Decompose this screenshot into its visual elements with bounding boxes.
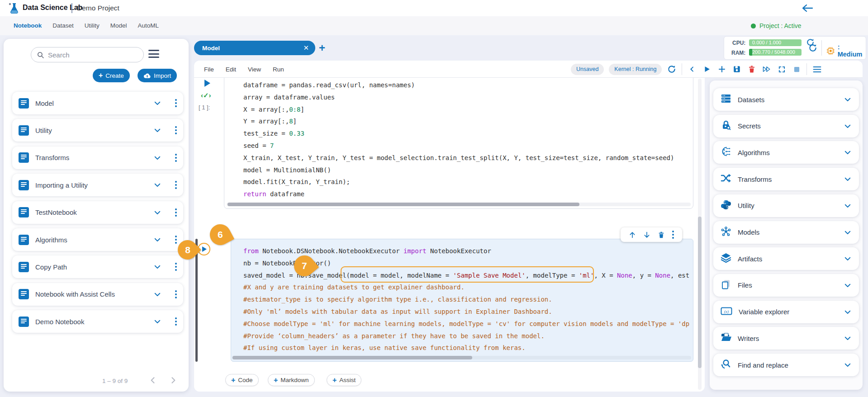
code-line: #X and y are training datasets to get ex…	[243, 281, 693, 293]
move-cell-down-icon[interactable]	[643, 231, 650, 239]
tools-panel-item-secrets[interactable]: Secrets	[713, 115, 859, 137]
cpu-usage-bar: 0.000 / 1.000	[749, 39, 802, 46]
nav-tab-utility[interactable]: Utility	[85, 22, 100, 29]
nav-tab-dataset[interactable]: Dataset	[52, 22, 74, 29]
item-options-icon[interactable]	[175, 181, 177, 189]
notebook-vscroll-thumb[interactable]	[698, 217, 702, 368]
stop-kernel-icon[interactable]	[792, 64, 802, 74]
import-button[interactable]: Import	[138, 69, 177, 82]
run-all-icon[interactable]	[762, 64, 772, 74]
back-arrow-icon[interactable]	[802, 3, 813, 13]
chevron-down-icon[interactable]	[153, 263, 161, 271]
item-options-icon[interactable]	[175, 290, 177, 298]
search-input[interactable]	[48, 51, 129, 59]
delete-cell-icon[interactable]	[658, 231, 665, 239]
tools-panel-item-find-and-replace[interactable]: Find and replace	[713, 354, 859, 376]
item-options-icon[interactable]	[175, 208, 177, 217]
chevron-down-icon[interactable]	[153, 181, 161, 189]
kernel-refresh-icon[interactable]	[667, 64, 677, 74]
nav-tab-automl[interactable]: AutoML	[138, 22, 159, 29]
sidebar-item-demo-notebook[interactable]: Demo Notebook	[12, 310, 183, 333]
chevron-down-icon[interactable]	[844, 281, 852, 289]
tools-panel-item-variable-explorer[interactable]: (x) Variable explorer	[713, 301, 859, 323]
chevron-down-icon[interactable]	[844, 148, 852, 156]
sidebar-item-testnotebook[interactable]: TestNotebook	[12, 201, 183, 224]
chevron-down-icon[interactable]	[153, 154, 161, 162]
sidebar-item-notebook-with-assist-cells[interactable]: Notebook with Assist Cells	[12, 283, 183, 306]
sidebar-item-model[interactable]: Model	[12, 92, 183, 114]
item-options-icon[interactable]	[175, 126, 177, 134]
item-options-icon[interactable]	[175, 99, 177, 107]
toolbar-menu-icon[interactable]	[812, 64, 822, 74]
tools-panel-item-models[interactable]: Models	[713, 221, 859, 244]
tools-panel-item-utility[interactable]: Utility	[713, 194, 859, 217]
sidebar-item-copy-path[interactable]: Copy Path	[12, 255, 183, 278]
chevron-down-icon[interactable]	[844, 308, 852, 316]
menu-view[interactable]: View	[248, 66, 261, 73]
chevron-down-icon[interactable]	[844, 202, 852, 210]
tools-sidebar: Datasets Secrets Algorithms Transforms U…	[710, 80, 863, 390]
new-tab-button[interactable]: +	[319, 42, 325, 54]
item-options-icon[interactable]	[175, 263, 177, 271]
notebook-list-sidebar: + Create Import Model Utility Transforms	[4, 39, 189, 392]
tools-panel-item-datasets[interactable]: Datasets	[713, 88, 859, 111]
cell-options-icon[interactable]	[672, 231, 674, 239]
chevron-down-icon[interactable]	[844, 175, 852, 183]
add-assist-cell-button[interactable]: + Assist	[327, 374, 361, 386]
code-cell-1[interactable]: dataframe = pandas.read_csv(url, names=n…	[224, 78, 693, 209]
add-cell-icon[interactable]	[717, 64, 727, 74]
menu-file[interactable]: File	[204, 66, 214, 73]
chevron-down-icon[interactable]	[844, 255, 852, 263]
chevron-down-icon[interactable]	[844, 95, 852, 104]
delete-cell-icon[interactable]	[747, 64, 757, 74]
search-box[interactable]	[31, 47, 144, 62]
document-tab-label: Model	[202, 45, 303, 52]
tools-panel-item-files[interactable]: Files	[713, 274, 859, 297]
create-button[interactable]: + Create	[93, 69, 130, 82]
code-line: seed = 7	[243, 140, 689, 152]
sidebar-item-transforms[interactable]: Transforms	[12, 147, 183, 169]
add-code-cell-button[interactable]: + Code	[225, 374, 259, 386]
item-options-icon[interactable]	[175, 317, 177, 326]
run-cell-icon[interactable]	[702, 64, 712, 74]
chevron-down-icon[interactable]	[844, 228, 852, 236]
menu-edit[interactable]: Edit	[226, 66, 236, 73]
menu-run[interactable]: Run	[273, 66, 284, 73]
chevron-down-icon[interactable]	[153, 99, 161, 107]
cell1-run-icon[interactable]	[204, 80, 210, 87]
cell2-hscroll-thumb[interactable]	[232, 356, 472, 359]
menu-bar: FileEditViewRun	[204, 61, 284, 78]
page-next-icon[interactable]	[169, 376, 178, 385]
close-tab-icon[interactable]: ✕	[303, 44, 309, 52]
list-options-icon[interactable]	[148, 50, 159, 58]
fullscreen-icon[interactable]	[777, 64, 787, 74]
chevron-down-icon[interactable]	[844, 334, 852, 342]
item-options-icon[interactable]	[175, 154, 177, 162]
project-refresh-icon[interactable]	[806, 38, 815, 47]
tools-panel-item-transforms[interactable]: Transforms	[713, 168, 859, 190]
tools-panel-item-algorithms[interactable]: Algorithms	[713, 141, 859, 164]
save-notebook-icon[interactable]	[732, 64, 742, 74]
tools-panel-item-writers[interactable]: Writers	[713, 327, 859, 350]
notebook-item-label: Demo Notebook	[35, 318, 147, 326]
tools-panel-item-artifacts[interactable]: Artifacts	[713, 247, 859, 270]
nav-tab-notebook[interactable]: Notebook	[14, 22, 42, 29]
sidebar-item-utility[interactable]: Utility	[12, 119, 183, 142]
chevron-down-icon[interactable]	[844, 361, 852, 369]
open-document-tab[interactable]: Model ✕	[194, 41, 315, 55]
add-markdown-cell-button[interactable]: + Markdown	[268, 374, 315, 386]
chevron-down-icon[interactable]	[153, 126, 161, 134]
page-prev-icon[interactable]	[148, 376, 157, 385]
chevron-down-icon[interactable]	[153, 208, 161, 217]
chevron-down-icon[interactable]	[844, 122, 852, 130]
sidebar-item-algorithms[interactable]: Algorithms	[12, 228, 183, 251]
collapse-left-icon[interactable]	[687, 64, 697, 74]
sidebar-item-importing-a-utility[interactable]: Importing a Utility	[12, 174, 183, 196]
chevron-down-icon[interactable]	[153, 236, 161, 244]
nav-tab-model[interactable]: Model	[110, 22, 127, 29]
chevron-down-icon[interactable]	[153, 317, 161, 326]
item-options-icon[interactable]	[175, 236, 177, 244]
chevron-down-icon[interactable]	[153, 290, 161, 298]
cell1-hscroll-thumb[interactable]	[228, 203, 579, 206]
move-cell-up-icon[interactable]	[629, 231, 636, 239]
